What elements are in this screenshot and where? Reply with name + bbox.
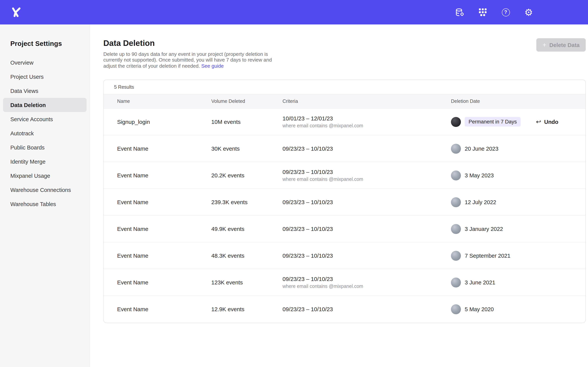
column-header-volume: Volume Deleted	[211, 99, 283, 104]
sidebar-item-warehouse-tables[interactable]: Warehouse Tables	[3, 197, 86, 211]
sidebar-item-public-boards[interactable]: Public Boards	[3, 140, 86, 154]
settings-sidebar: Project Settings OverviewProject UsersDa…	[0, 25, 90, 367]
help-icon[interactable]: ?	[501, 7, 511, 17]
mixpanel-logo[interactable]	[10, 6, 23, 19]
row-criteria: 09/23/23 – 10/10/23	[283, 145, 451, 151]
apps-grid-icon[interactable]	[478, 7, 488, 17]
delete-data-button[interactable]: + Delete Data	[536, 38, 586, 52]
row-criteria: 09/23/23 – 10/10/23	[283, 306, 451, 312]
table-body: Signup_login 10M events 10/01/23 – 12/01…	[104, 108, 585, 323]
row-criteria-filter: where email contains @mixpanel.com	[283, 123, 451, 128]
user-avatar	[451, 117, 461, 127]
topbar-icon-group: ? ⚙	[455, 7, 534, 17]
deletion-date: 5 May 2020	[465, 306, 494, 312]
sidebar-item-data-views[interactable]: Data Views	[3, 84, 86, 98]
row-name: Event Name	[117, 199, 211, 205]
results-count: 5 Results	[104, 80, 585, 94]
delete-data-label: Delete Data	[549, 42, 579, 48]
row-name: Event Name	[117, 279, 211, 285]
row-name: Signup_login	[117, 119, 211, 125]
table-row: Event Name 239.3K events 09/23/23 – 10/1…	[104, 189, 585, 216]
row-volume: 48.3K events	[211, 252, 283, 259]
deletion-date: 3 June 2021	[465, 279, 495, 285]
sidebar-item-identity-merge[interactable]: Identity Merge	[3, 154, 86, 169]
pending-deletion-badge: Permanent in 7 Days	[465, 117, 521, 126]
undo-label: Undo	[544, 119, 558, 125]
page-title: Data Deletion	[103, 38, 586, 48]
undo-button[interactable]: ↩ Undo	[536, 119, 558, 125]
row-criteria: 09/23/23 – 10/10/23	[283, 226, 451, 232]
row-volume: 49.9K events	[211, 226, 283, 232]
mixpanel-logo-mark	[11, 7, 22, 17]
deletion-table-card: 5 Results Name Volume Deleted Criteria D…	[103, 80, 586, 323]
page-description: Delete up to 90 days data for any event …	[103, 51, 276, 69]
page-description-text: Delete up to 90 days data for any event …	[103, 51, 272, 69]
settings-icon[interactable]: ⚙	[524, 7, 534, 17]
undo-icon: ↩	[536, 119, 541, 125]
row-criteria: 09/23/23 – 10/10/23	[283, 199, 451, 205]
column-header-name: Name	[117, 99, 211, 104]
row-volume: 12.9K events	[211, 306, 283, 312]
table-row: Event Name 20.2K events 09/23/23 – 10/10…	[104, 162, 585, 189]
sidebar-item-data-deletion[interactable]: Data Deletion	[3, 98, 86, 112]
column-header-deletion-date: Deletion Date	[451, 99, 585, 104]
row-name: Event Name	[117, 172, 211, 178]
column-header-criteria: Criteria	[283, 99, 451, 104]
data-pipelines-icon[interactable]	[455, 7, 465, 17]
sidebar-item-mixpanel-usage[interactable]: Mixpanel Usage	[3, 169, 86, 183]
row-criteria-filter: where email contains @mixpanel.com	[283, 284, 451, 289]
main-content: Data Deletion Delete up to 90 days data …	[90, 25, 588, 367]
table-row: Event Name 49.9K events 09/23/23 – 10/10…	[104, 216, 585, 242]
sidebar-item-project-users[interactable]: Project Users	[3, 70, 86, 84]
row-criteria: 09/23/23 – 10/10/23	[283, 276, 451, 282]
row-name: Event Name	[117, 306, 211, 312]
app-window: ? ⚙ Project Settings OverviewProject Use…	[0, 0, 588, 367]
user-avatar	[451, 197, 461, 207]
row-volume: 30K events	[211, 145, 283, 151]
row-volume: 123K events	[211, 279, 283, 285]
user-avatar	[451, 277, 461, 287]
see-guide-link[interactable]: See guide	[201, 63, 224, 69]
table-header-row: Name Volume Deleted Criteria Deletion Da…	[104, 94, 585, 108]
deletion-date: 12 July 2022	[465, 199, 496, 205]
sidebar-item-warehouse-connections[interactable]: Warehouse Connections	[3, 183, 86, 197]
deletion-date: 3 January 2022	[465, 226, 503, 232]
deletion-date: 7 September 2021	[465, 252, 510, 259]
deletion-date: 3 May 2023	[465, 172, 494, 178]
table-row: Event Name 48.3K events 09/23/23 – 10/10…	[104, 242, 585, 269]
sidebar-item-service-accounts[interactable]: Service Accounts	[3, 112, 86, 126]
sidebar-title: Project Settings	[0, 40, 90, 55]
user-avatar	[451, 250, 461, 260]
table-row: Signup_login 10M events 10/01/23 – 12/01…	[104, 108, 585, 135]
help-question-glyph: ?	[502, 8, 510, 16]
user-avatar	[451, 170, 461, 180]
table-row: Event Name 30K events 09/23/23 – 10/10/2…	[104, 135, 585, 162]
row-criteria-filter: where email contains @mixpanel.com	[283, 176, 451, 182]
table-row: Event Name 123K events 09/23/23 – 10/10/…	[104, 269, 585, 296]
top-navigation-bar: ? ⚙	[0, 0, 588, 25]
sidebar-item-overview[interactable]: Overview	[3, 55, 86, 70]
plus-icon: +	[543, 42, 546, 48]
row-volume: 20.2K events	[211, 172, 283, 178]
row-criteria: 09/23/23 – 10/10/23	[283, 252, 451, 259]
row-criteria: 09/23/23 – 10/10/23	[283, 169, 451, 175]
sidebar-item-autotrack[interactable]: Autotrack	[3, 126, 86, 140]
row-criteria: 10/01/23 – 12/01/23	[283, 115, 451, 121]
user-avatar	[451, 304, 461, 314]
row-volume: 10M events	[211, 119, 283, 125]
row-name: Event Name	[117, 145, 211, 151]
row-volume: 239.3K events	[211, 199, 283, 205]
sidebar-items: OverviewProject UsersData ViewsData Dele…	[0, 55, 90, 211]
row-name: Event Name	[117, 226, 211, 232]
table-row: Event Name 12.9K events 09/23/23 – 10/10…	[104, 296, 585, 323]
user-avatar	[451, 224, 461, 234]
user-avatar	[451, 143, 461, 153]
deletion-date: 20 June 2023	[465, 145, 498, 151]
gear-glyph: ⚙	[524, 8, 533, 17]
row-name: Event Name	[117, 252, 211, 259]
